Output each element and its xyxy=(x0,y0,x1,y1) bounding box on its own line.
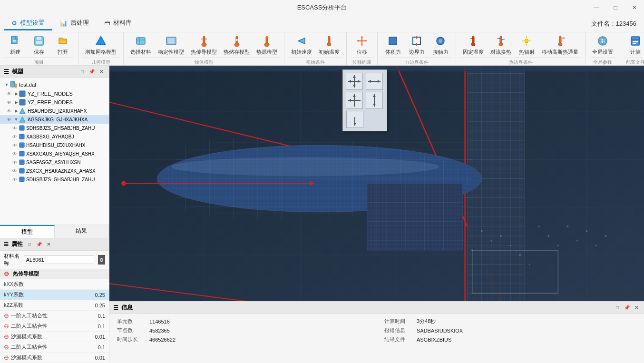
eye-icon-sdhs1[interactable]: 👁 xyxy=(11,125,18,131)
calctime-label: 计算时间 xyxy=(384,318,413,325)
toolbar-convection-button[interactable]: 对流换热 xyxy=(488,32,514,58)
art-visc1-label: 一阶人工粘合性 xyxy=(11,312,77,319)
heat-section-minus[interactable]: ⊖ xyxy=(4,270,9,277)
tab-result[interactable]: 结果 xyxy=(55,225,109,238)
tree-item-yz2[interactable]: 👁 ▶ YZ_FREE_NODES xyxy=(0,98,109,107)
toolbar-new-button[interactable]: 新建 xyxy=(4,32,27,58)
toolbar-init-speed-button[interactable]: 初始速度 xyxy=(288,32,315,58)
constraint-btn-4[interactable] xyxy=(366,92,383,109)
constraint-btn-5[interactable] xyxy=(346,111,363,128)
toolbar-global-settings-button[interactable]: 全局设置 xyxy=(589,32,616,58)
toolbar-position-button[interactable]: 位移 xyxy=(351,32,373,58)
info-pin-btn[interactable]: 📌 xyxy=(623,304,631,312)
eye-icon-xagb[interactable]: 👁 xyxy=(11,133,18,140)
menu-post-process[interactable]: 📊 后处理 xyxy=(52,17,97,30)
toolbar-stability-model-button[interactable]: 稳定性模型 xyxy=(155,32,187,58)
tree-item-sagf[interactable]: 👁 SAGFASGZ_ASYHHXSN xyxy=(0,158,109,167)
svg-point-197 xyxy=(481,230,483,232)
toolbar-heat-conduct-button[interactable]: 热传导模型 xyxy=(188,32,220,58)
viewport-3d[interactable] xyxy=(109,66,644,301)
main-area: ☰ 模型 □ 📌 ✕ ▼ test.dat xyxy=(0,66,644,363)
info-row-timestep: 时间步长 466526622 xyxy=(117,336,369,343)
constraint-btn-3[interactable] xyxy=(346,92,363,109)
art-visc2-minus[interactable]: ⊖ xyxy=(4,323,9,330)
eye-icon-hsau2[interactable]: 👁 xyxy=(11,142,18,148)
toolbar-boundary-force-button[interactable]: 边界力 xyxy=(405,32,428,58)
eye-icon-hsau1[interactable]: 👁 xyxy=(6,108,12,114)
toolbar-radiation-button[interactable]: 热辐射 xyxy=(515,32,538,58)
info-close-btn[interactable]: ✕ xyxy=(633,304,640,312)
toolbar-init-temp-button[interactable]: 初始温度 xyxy=(316,32,342,58)
art-visc2-label: 二阶人工粘合性 xyxy=(11,323,77,330)
art-visc3-minus[interactable]: ⊖ xyxy=(4,343,9,351)
info-maximize-btn[interactable]: □ xyxy=(614,304,621,312)
minimize-button[interactable]: — xyxy=(587,0,606,15)
art-visc1-minus[interactable]: ⊖ xyxy=(4,312,9,319)
kyy-value: 0.25 xyxy=(77,292,105,298)
tree-label-yz1: YZ_FREE_NODES xyxy=(28,91,73,97)
force-group-label: 力边界条件 xyxy=(381,58,452,66)
toolbar-heat-source-button[interactable]: 热源模型 xyxy=(254,32,280,58)
sandstorm2-minus[interactable]: ⊖ xyxy=(4,354,9,361)
maximize-button[interactable]: □ xyxy=(606,0,625,15)
calctime-value: 3分48秒 xyxy=(417,318,436,325)
elements-label: 单元数 xyxy=(117,318,146,325)
error-label: 报错信息 xyxy=(384,327,413,334)
tree-item-root[interactable]: ▼ test.dat xyxy=(0,80,109,89)
sandstorm1-minus[interactable]: ⊖ xyxy=(4,333,9,340)
tree-item-yz1[interactable]: 👁 ▶ YZ_FREE_NODES xyxy=(0,89,109,98)
toolbar-calculate-button[interactable]: 计算 xyxy=(624,32,644,58)
sandstorm2-row: ⊖ 沙漏模式系数 0.01 xyxy=(0,353,109,363)
toolbar-save-button[interactable]: 保存 xyxy=(28,32,50,58)
tree-item-hsau2[interactable]: 👁 HSAUHDISU_IZXIUXHAHX xyxy=(0,141,109,149)
eye-icon-sdhs2[interactable]: 👁 xyxy=(11,176,18,183)
move-heat-flux-icon xyxy=(554,34,567,48)
new-label: 新建 xyxy=(10,49,20,56)
toolbar-open-button[interactable]: 打开 xyxy=(51,32,74,58)
svg-marker-24 xyxy=(298,38,305,44)
calculate-label: 计算 xyxy=(630,49,641,56)
panel-pin-btn[interactable]: 📌 xyxy=(88,68,96,76)
toolbar-fixed-temp-button[interactable]: 固定温度 xyxy=(460,32,487,58)
toolbar-contact-force-button[interactable]: 接触力 xyxy=(429,32,452,58)
result-file-value: ASGBIXZBIUS xyxy=(417,337,451,343)
tree-item-hsau1[interactable]: 👁 ▶ HSAUHDISU_IZXIUXHAHX xyxy=(0,107,109,115)
tree-label-yz2: YZ_FREE_NODES xyxy=(28,99,73,105)
eye-icon-xsax[interactable]: 👁 xyxy=(11,150,18,157)
prop-pin-btn[interactable]: 📌 xyxy=(35,241,43,248)
eye-icon-zsxg[interactable]: 👁 xyxy=(11,167,18,174)
eye-icon-yz2[interactable]: 👁 xyxy=(6,99,12,106)
tree-item-sdhs2[interactable]: 👁 SDHSBJZS_GHSABJHB_ZAHU xyxy=(0,175,109,184)
eye-icon-yz1[interactable]: 👁 xyxy=(6,90,12,97)
toolbar-add-mesh-button[interactable]: 增加网格模型 xyxy=(82,32,119,58)
svg-rect-0 xyxy=(11,36,17,44)
eye-icon-asgsg[interactable]: 👁 xyxy=(6,116,12,123)
material-name-input[interactable] xyxy=(24,255,94,264)
kzz-value: 0.25 xyxy=(77,303,105,308)
tree-item-asgsg[interactable]: 👁 ▼ AGSGKJKG_GJHXAJKHXA xyxy=(0,115,109,124)
material-config-btn[interactable]: ⚙ xyxy=(98,255,105,265)
close-button[interactable]: ✕ xyxy=(625,0,644,15)
constraint-btn-2[interactable] xyxy=(366,73,383,90)
menu-material-lib[interactable]: 🗃 材料库 xyxy=(97,17,139,30)
toolbar-heat-storage-button[interactable]: 热储存模型 xyxy=(221,32,253,58)
menu-model-settings[interactable]: ⚙ 模型设置 xyxy=(4,17,52,30)
eye-icon-sagf[interactable]: 👁 xyxy=(11,159,18,166)
info-row-calctime: 计算时间 3分48秒 xyxy=(384,318,636,325)
tree-item-xsax[interactable]: 👁 XSAXGAUS_AISYAQSH_ASHX xyxy=(0,149,109,158)
svg-marker-230 xyxy=(348,99,351,102)
tree-item-xagb[interactable]: 👁 XAGBSXG_AYHAQBJ xyxy=(0,132,109,141)
toolbar-move-heat-flux-button[interactable]: 移动高斯热通量 xyxy=(539,32,581,58)
svg-point-40 xyxy=(439,39,442,43)
init-speed-icon xyxy=(295,34,308,48)
prop-maximize-btn[interactable]: □ xyxy=(26,241,33,248)
prop-close-btn[interactable]: ✕ xyxy=(45,241,52,248)
panel-close-btn[interactable]: ✕ xyxy=(98,68,105,76)
panel-maximize-btn[interactable]: □ xyxy=(78,68,86,76)
toolbar-select-material-button[interactable]: 选择材料 xyxy=(127,32,154,58)
tab-model[interactable]: 模型 xyxy=(0,225,55,238)
toolbar-volume-force-button[interactable]: 体积力 xyxy=(381,32,404,58)
constraint-btn-1[interactable] xyxy=(346,73,363,90)
tree-item-sdhs1[interactable]: 👁 SDHSBJZS_GHSABJHB_ZAHU xyxy=(0,124,109,132)
tree-item-zsxg[interactable]: 👁 ZSXGX_HSAKAZNZXK_AHASX xyxy=(0,167,109,175)
